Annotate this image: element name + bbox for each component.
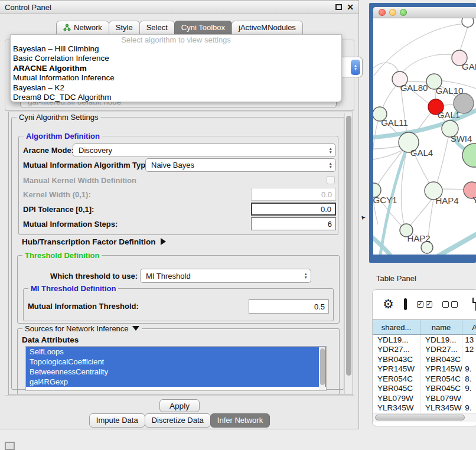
dropdown-item-dream8-dc-tdc-algorithm[interactable]: Dream8 DC_TDC Algorithm — [11, 93, 341, 102]
attribute-item-betweennesscentrality[interactable]: BetweennessCentrality — [26, 367, 326, 377]
stepper-icon[interactable]: ▲▼ — [304, 272, 308, 279]
table-row[interactable]: YDL19...YDL19...13 — [373, 335, 476, 345]
attributes-scrollbar-thumb[interactable] — [320, 348, 325, 385]
cell[interactable]: YBL079W — [420, 393, 462, 403]
select-all-icon[interactable]: ✓✓ — [417, 301, 432, 308]
table-row[interactable]: YPR145WYPR145W9. — [373, 364, 476, 374]
tab-infer-network[interactable]: Infer Network — [210, 413, 270, 428]
dropdown-item-aracne-algorithm[interactable]: ARACNE Algorithm — [11, 64, 341, 73]
table-row[interactable]: YBL079WYBL079W — [373, 393, 476, 403]
which-threshold-value: MI Threshold — [146, 272, 191, 281]
apply-button[interactable]: Apply — [159, 399, 200, 412]
cell[interactable]: YPR145W — [420, 364, 462, 374]
kernel-width-field[interactable]: 0.0 — [251, 188, 336, 201]
table-row[interactable]: YBR043CYBR043C — [373, 354, 476, 364]
node-label: HAP2 — [407, 233, 430, 243]
stepper-icon[interactable]: ▲▼ — [329, 162, 332, 169]
table-row[interactable]: YER054CYER054C8. — [373, 374, 476, 384]
cell[interactable]: 9. — [462, 364, 476, 374]
control-panel-titlebar: Control Panel ✕ — [0, 1, 358, 14]
group-title: Cyni Algorithm Settings — [17, 113, 100, 122]
stepper-icon[interactable]: ▲▼ — [329, 147, 332, 154]
mi-algorithm-type-select[interactable]: Naive Bayes ▲▼ — [145, 158, 336, 172]
cell[interactable]: YLR345W — [420, 403, 462, 413]
control-panel-tabbar: NetworkStyleSelectCyni ToolboxjActiveMNo… — [0, 19, 358, 35]
column-header-a[interactable]: A — [462, 320, 476, 334]
table-row[interactable]: YBR045CYBR045C9. — [373, 384, 476, 394]
sources-expander[interactable]: Sources for Network Inference — [22, 324, 142, 333]
cell[interactable] — [462, 354, 476, 364]
float-window-icon[interactable] — [335, 4, 342, 10]
hub-definition-expander[interactable]: Hub/Transcription Factor Definition — [22, 237, 166, 246]
group-title: Threshold Definition — [22, 251, 102, 260]
which-threshold-select[interactable]: MI Threshold ▲▼ — [140, 269, 311, 283]
tab-label: Style — [116, 23, 133, 32]
cell[interactable]: YDR27... — [373, 345, 420, 355]
tab-jactivemnodules[interactable]: jActiveMNodules — [232, 21, 303, 35]
collapse-arrow-icon[interactable] — [132, 326, 139, 331]
attribute-item-topologicalcoefficient[interactable]: TopologicalCoefficient — [26, 357, 326, 367]
table-body: YDL19...YDL19...13YDR27...YDR27...12YBR0… — [373, 335, 476, 413]
column-header-name[interactable]: name — [420, 320, 462, 334]
gear-icon[interactable]: ⚙ — [383, 298, 394, 310]
cell[interactable]: 8. — [462, 374, 476, 384]
cell[interactable]: YDR27... — [420, 345, 462, 355]
node-label: GAL11 — [381, 118, 408, 128]
aracne-mode-select[interactable]: Discovery ▲▼ — [73, 144, 336, 157]
cell[interactable]: YLR345W — [373, 403, 420, 413]
dropdown-item-mutual-information-inference[interactable]: Mutual Information Inference — [11, 73, 341, 83]
tab-cyni-toolbox[interactable]: Cyni Toolbox — [174, 21, 232, 35]
tab-impute-data[interactable]: Impute Data — [89, 413, 145, 428]
cell[interactable] — [462, 393, 476, 403]
deselect-all-icon[interactable] — [442, 301, 458, 308]
network-node[interactable] — [421, 242, 433, 253]
network-canvas[interactable]: GALGAL80GAL10GAL1GAL11SWI4GAL4GCY1HAP4YH… — [373, 18, 476, 255]
cell[interactable]: YBR045C — [373, 384, 420, 394]
cell[interactable]: YBL079W — [373, 393, 420, 403]
cell[interactable]: YBR045C — [420, 384, 462, 394]
mi-threshold-field[interactable]: 0.5 — [249, 299, 329, 314]
tab-discretize-data[interactable]: Discretize Data — [145, 413, 211, 428]
cell[interactable]: YDL19... — [420, 335, 462, 345]
zoom-traffic-light-icon[interactable] — [400, 9, 407, 16]
tab-style[interactable]: Style — [109, 21, 140, 35]
minimize-traffic-light-icon[interactable] — [389, 9, 396, 16]
attribute-item-selfloops[interactable]: SelfLoops — [26, 347, 326, 357]
apply-label: Apply — [169, 402, 190, 410]
network-window-titlebar[interactable] — [373, 7, 476, 18]
dropdown-items: Bayesian – Hill ClimbingBasic Correlatio… — [11, 44, 341, 102]
expander-arrow-icon[interactable] — [161, 238, 166, 245]
table-row[interactable]: YDR27...YDR27...12 — [373, 345, 476, 355]
attribute-item-gal4rgexp[interactable]: gal4RGexp — [26, 377, 326, 387]
cell[interactable]: 13 — [462, 335, 476, 345]
table-hscrollbar-thumb[interactable] — [375, 415, 465, 420]
dock-grip[interactable] — [5, 442, 15, 450]
dropdown-item-bayesian-k2[interactable]: Bayesian – K2 — [11, 83, 341, 93]
node-label: GAL — [462, 61, 476, 71]
cyni-settings-viewport: Cyni Algorithm Settings Algorithm Defini… — [8, 112, 353, 395]
settings-scrollbar-thumb[interactable] — [346, 116, 351, 376]
tab-network[interactable]: Network — [56, 21, 109, 35]
column-view-icon[interactable] — [404, 298, 407, 310]
close-traffic-light-icon[interactable] — [379, 9, 386, 16]
close-icon[interactable]: ✕ — [347, 4, 354, 10]
cell[interactable]: 9. — [462, 403, 476, 413]
cell[interactable]: YER054C — [373, 374, 420, 384]
cell[interactable]: 12 — [462, 345, 476, 355]
network-node[interactable] — [462, 18, 474, 27]
manual-kernel-checkbox[interactable] — [327, 176, 335, 184]
cell[interactable]: YER054C — [420, 374, 462, 384]
dropdown-item-bayesian-hill-climbing[interactable]: Bayesian – Hill Climbing — [11, 44, 341, 54]
table-row[interactable]: YLR345WYLR345W9. — [373, 403, 476, 413]
mi-steps-field[interactable]: 6 — [251, 217, 336, 230]
cell[interactable]: YBR043C — [373, 354, 420, 364]
cell[interactable]: YDL19... — [373, 335, 420, 345]
tab-select[interactable]: Select — [139, 21, 175, 35]
cell[interactable]: YPR145W — [373, 364, 420, 374]
cell[interactable]: YBR043C — [420, 354, 462, 364]
combobox-stepper-icon[interactable]: ▲▼ — [351, 60, 360, 75]
column-header-shared[interactable]: shared... — [373, 320, 420, 334]
cell[interactable]: 9. — [462, 384, 476, 394]
dropdown-item-basic-correlation-inference[interactable]: Basic Correlation Inference — [11, 54, 341, 63]
dpi-tolerance-field[interactable]: 0.0 — [251, 203, 336, 216]
